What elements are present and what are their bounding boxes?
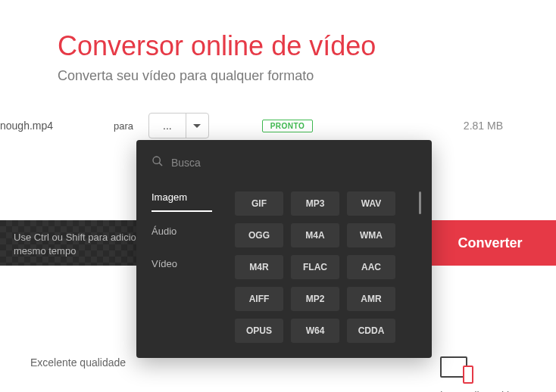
panel-body: Imagem Áudio Vídeo GIF MP3 WAV OGG M4A W… bbox=[151, 191, 417, 343]
chevron-down-icon bbox=[186, 114, 208, 138]
format-option-m4a[interactable]: M4A bbox=[291, 223, 339, 247]
devices-icon bbox=[440, 356, 473, 384]
format-option-gif[interactable]: GIF bbox=[235, 191, 283, 216]
format-option-flac[interactable]: FLAC bbox=[291, 255, 339, 279]
search-row bbox=[151, 155, 417, 170]
category-item-video[interactable]: Vídeo bbox=[151, 258, 212, 277]
format-option-cdda[interactable]: CDDA bbox=[347, 319, 395, 343]
format-option-opus[interactable]: OPUS bbox=[235, 319, 283, 343]
selected-format: ... bbox=[149, 114, 186, 138]
format-option-aac[interactable]: AAC bbox=[347, 255, 395, 279]
format-option-wav[interactable]: WAV bbox=[347, 191, 395, 216]
format-option-w64[interactable]: W64 bbox=[291, 319, 339, 343]
search-icon bbox=[151, 155, 171, 170]
format-selector[interactable]: ... bbox=[148, 113, 209, 138]
filename-label: nough.mp4 bbox=[0, 120, 76, 132]
status-badge: PRONTO bbox=[262, 120, 314, 132]
format-option-mp2[interactable]: MP2 bbox=[291, 287, 339, 311]
format-option-amr[interactable]: AMR bbox=[347, 287, 395, 311]
convert-button[interactable]: Converter bbox=[424, 220, 556, 266]
format-option-wma[interactable]: WMA bbox=[347, 223, 395, 247]
format-option-aiff[interactable]: AIFF bbox=[235, 287, 283, 311]
search-input[interactable] bbox=[171, 157, 417, 169]
feature-quality-label: Excelente qualidade bbox=[30, 356, 126, 369]
category-item-imagem[interactable]: Imagem bbox=[151, 191, 212, 212]
scrollbar[interactable] bbox=[419, 191, 421, 214]
page-header: Conversor online de vídeo Converta seu v… bbox=[0, 0, 556, 107]
format-dropdown-panel: Imagem Áudio Vídeo GIF MP3 WAV OGG M4A W… bbox=[136, 140, 432, 358]
category-list: Imagem Áudio Vídeo bbox=[151, 191, 212, 343]
format-grid: GIF MP3 WAV OGG M4A WMA M4R FLAC AAC AIF… bbox=[235, 191, 417, 343]
feature-devices: Suporta todos os dispositivos bbox=[388, 356, 526, 392]
format-option-ogg[interactable]: OGG bbox=[235, 223, 283, 247]
format-option-m4r[interactable]: M4R bbox=[235, 255, 283, 279]
file-row: nough.mp4 para ... PRONTO 2.81 MB bbox=[0, 107, 556, 145]
page-subtitle: Converta seu vídeo para qualquer formato bbox=[58, 68, 556, 84]
feature-quality: Excelente qualidade bbox=[30, 356, 126, 392]
para-label: para bbox=[114, 120, 133, 132]
category-item-audio[interactable]: Áudio bbox=[151, 226, 212, 244]
svg-point-0 bbox=[153, 157, 160, 163]
page-title: Conversor online de vídeo bbox=[58, 30, 556, 62]
svg-line-1 bbox=[159, 163, 162, 166]
file-size-label: 2.81 MB bbox=[464, 120, 503, 132]
format-option-mp3[interactable]: MP3 bbox=[291, 191, 339, 216]
features-row: Excelente qualidade Suporta todos os dis… bbox=[0, 356, 556, 392]
